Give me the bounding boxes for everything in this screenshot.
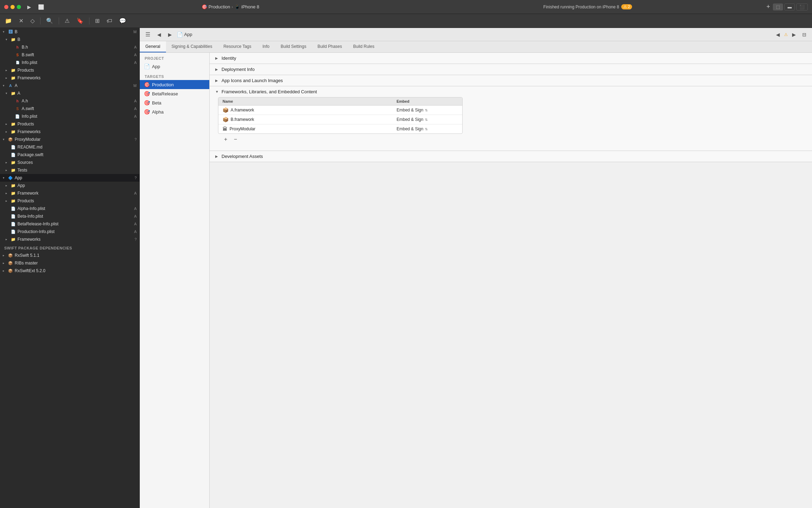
file-label-alpha-info: Alpha-Info.plist <box>17 206 133 211</box>
sidebar-item-a-info-plist[interactable]: 📄 Info.plist A <box>0 113 139 120</box>
sidebar-item-framework[interactable]: 📁 Framework A <box>0 189 139 197</box>
frameworks-section-header[interactable]: ▼ Frameworks, Libraries, and Embedded Co… <box>210 86 812 97</box>
add-button[interactable]: + <box>767 3 770 10</box>
sidebar-item-a-folder[interactable]: 📁 A <box>0 89 139 97</box>
layout-btn-sidebar[interactable]: ⬚ <box>773 3 783 10</box>
tab-signing[interactable]: Signing & Capabilities <box>166 41 218 52</box>
fw-cell-b-embed[interactable]: Embed & Sign ⇅ <box>392 115 462 124</box>
sidebar-item-bh[interactable]: h B.h A <box>0 43 139 51</box>
fw-row-proxy[interactable]: 🏛 ProxyModular Embed & Sign ⇅ <box>218 124 462 133</box>
sidebar-item-b-folder[interactable]: 📁 B <box>0 36 139 43</box>
nav-forward-btn[interactable]: ▶ <box>166 31 174 38</box>
sidebar-item-beta-info[interactable]: 📄 Beta-Info.plist A <box>0 212 139 220</box>
sidebar-item-production-info[interactable]: 📄 Production-Info.plist A <box>0 228 139 235</box>
fw-icon-proxy: 🏛 <box>223 126 227 132</box>
fw-row-a[interactable]: 📦 A.framework Embed & Sign ⇅ <box>218 106 462 115</box>
project-label-proxy: ProxyModular <box>15 137 133 142</box>
file-label-pkgswift: Package.swift <box>17 152 137 157</box>
folder-icon-b-fw: 📁 <box>10 75 16 81</box>
tab-info[interactable]: Info <box>257 41 275 52</box>
disclosure-b-folder <box>6 38 10 41</box>
title-center: 🎯 Production › 📱 iPhone 8 <box>52 4 409 9</box>
target-item-app-project[interactable]: 📄 App <box>140 62 209 71</box>
sidebar-item-a-frameworks[interactable]: 📁 Frameworks <box>0 128 139 136</box>
traffic-lights <box>4 5 21 9</box>
target-item-beta[interactable]: 🎯 Beta <box>140 98 209 107</box>
sidebar-item-b-project[interactable]: 🅱 B M <box>0 28 139 36</box>
bubble-icon[interactable]: 💬 <box>118 16 128 26</box>
fw-embed-a: Embed & Sign ⇅ <box>397 108 428 113</box>
sidebar-item-package-swift[interactable]: 📄 Package.swift <box>0 151 139 159</box>
devassets-section-header[interactable]: ▶ Development Assets <box>210 151 812 162</box>
sidebar-item-rxswiftext[interactable]: 📦 RxSwiftExt 5.2.0 <box>0 267 139 275</box>
badge-a-plist: A <box>134 114 137 118</box>
sidebar-item-b-frameworks[interactable]: 📁 Frameworks <box>0 74 139 82</box>
tab-build-rules[interactable]: Build Rules <box>348 41 380 52</box>
grid-icon[interactable]: ⊞ <box>94 16 101 26</box>
tab-resource-tags[interactable]: Resource Tags <box>218 41 257 52</box>
sidebar-item-readme[interactable]: 📄 README.md <box>0 143 139 151</box>
nav-back-btn[interactable]: ◀ <box>155 31 163 38</box>
close-icon[interactable]: ✕ <box>17 16 25 26</box>
fw-remove-button[interactable]: − <box>232 136 239 143</box>
fw-cell-a-embed[interactable]: Embed & Sign ⇅ <box>392 106 462 115</box>
diamond-icon[interactable]: ◇ <box>29 16 36 26</box>
disclosure-b-products <box>6 68 10 72</box>
target-item-alpha[interactable]: 🎯 Alpha <box>140 107 209 116</box>
sidebar-item-a-products[interactable]: 📁 Products <box>0 120 139 128</box>
play-button[interactable]: ▶ <box>25 3 33 10</box>
sidebar-item-app-folder[interactable]: 📁 App <box>0 182 139 189</box>
target-label-alpha: Alpha <box>152 109 164 115</box>
deployment-section-header[interactable]: ▶ Deployment Info <box>210 64 812 75</box>
stop-button[interactable]: ⬜ <box>36 3 46 10</box>
sidebar-item-ribs[interactable]: 📦 RIBs master <box>0 259 139 267</box>
fw-embed-b: Embed & Sign ⇅ <box>397 117 428 122</box>
file-icon-bswift: S <box>15 52 20 58</box>
sidebar-item-sources[interactable]: 📁 Sources <box>0 159 139 166</box>
sidebar-item-a-project[interactable]: A A M <box>0 82 139 89</box>
layout-btn-center[interactable]: ▬ <box>784 3 795 10</box>
minimize-button[interactable] <box>10 5 15 9</box>
close-button[interactable] <box>4 5 8 9</box>
sidebar-item-ah[interactable]: h A.h A <box>0 97 139 105</box>
identity-section-header[interactable]: ▶ Identity <box>210 53 812 64</box>
tab-build-phases[interactable]: Build Phases <box>312 41 348 52</box>
folder-icon[interactable]: 📁 <box>3 16 13 26</box>
fw-cell-proxy-embed[interactable]: Embed & Sign ⇅ <box>392 124 462 133</box>
next-issue-btn[interactable]: ▶ <box>790 31 798 38</box>
sidebar-item-app-products[interactable]: 📁 Products <box>0 197 139 205</box>
sidebar-item-rxswift[interactable]: 📦 RxSwift 5.1.1 <box>0 252 139 259</box>
maximize-button[interactable] <box>17 5 21 9</box>
appicons-section-header[interactable]: ▶ App Icons and Launch Images <box>210 75 812 86</box>
layout-btn-right[interactable]: ⬛ <box>796 3 808 10</box>
warning-icon[interactable]: ⚠ <box>63 16 71 26</box>
prev-issue-btn[interactable]: ◀ <box>774 31 782 38</box>
target-item-betarelease[interactable]: 🎯 BetaRelease <box>140 89 209 98</box>
scheme-label[interactable]: 🎯 Production › 📱 iPhone 8 <box>202 4 259 9</box>
folder-icon-a: 📁 <box>10 90 16 96</box>
target-item-production[interactable]: 🎯 Production <box>140 80 209 89</box>
sidebar-item-proxymodular-project[interactable]: 📦 ProxyModular ? <box>0 136 139 143</box>
sidebar-item-app-project[interactable]: 🔷 App ? <box>0 174 139 182</box>
search-icon[interactable]: 🔍 <box>45 16 55 26</box>
fw-row-b[interactable]: 📦 B.framework Embed & Sign ⇅ <box>218 115 462 124</box>
warning-badge[interactable]: ⚠ 2 <box>621 4 632 9</box>
sidebar-item-b-info-plist[interactable]: 📄 Info.plist A <box>0 59 139 66</box>
sidebar-item-tests[interactable]: 📁 Tests <box>0 166 139 174</box>
sidebar-item-app-frameworks[interactable]: 📁 Frameworks ? <box>0 235 139 243</box>
tag-icon[interactable]: 🏷 <box>105 16 114 26</box>
sidebar-item-aswift[interactable]: S A.swift A <box>0 105 139 113</box>
sidebar-item-betarelease-info[interactable]: 📄 BetaRelease-Info.plist A <box>0 220 139 228</box>
sidebar-item-bswift[interactable]: S B.swift A <box>0 51 139 59</box>
sidebar-item-alpha-info[interactable]: 📄 Alpha-Info.plist A <box>0 205 139 212</box>
folder-icon-framework: 📁 <box>10 190 16 196</box>
tab-general[interactable]: General <box>140 41 166 52</box>
fw-label-b: B.framework <box>231 117 254 122</box>
file-label-a-plist: Info.plist <box>22 114 133 119</box>
tab-build-settings[interactable]: Build Settings <box>275 41 312 52</box>
sidebar-item-b-products[interactable]: 📁 Products <box>0 66 139 74</box>
inspector-btn[interactable]: ⊟ <box>800 31 809 38</box>
fw-add-button[interactable]: + <box>222 136 229 143</box>
bookmark-icon[interactable]: 🔖 <box>75 16 85 26</box>
sidebar-toggle-btn[interactable]: ☰ <box>143 30 152 38</box>
